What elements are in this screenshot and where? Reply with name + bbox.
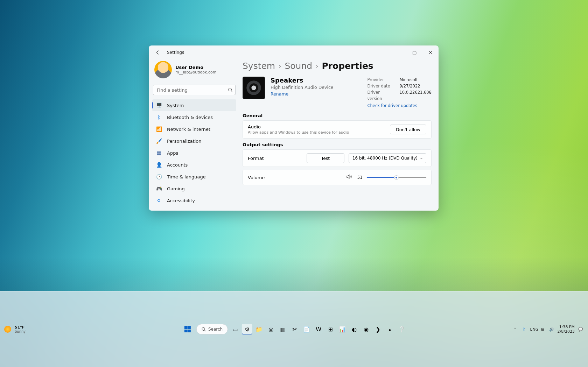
sidebar-item-network-icon: 📶 [156,126,162,132]
back-button[interactable] [152,47,163,58]
test-button[interactable]: Test [307,153,344,163]
driver-date-label: Driver date [368,83,396,89]
sidebar-item-label: Accessibility [167,198,195,203]
svg-point-1 [202,327,205,330]
audio-subtitle: Allow apps and Windows to use this devic… [248,130,386,135]
tray-volume-icon[interactable]: 🔊 [548,327,555,332]
avatar [154,61,172,78]
driver-version-label: Driver version [368,89,396,102]
volume-label: Volume [248,175,342,180]
sidebar-item-time-language-icon: 🕑 [156,174,162,179]
help-icon[interactable]: ❔ [397,324,407,334]
store-icon[interactable]: ⊞ [325,324,336,334]
breadcrumb-sound[interactable]: Sound [285,61,312,71]
speaker-icon [243,77,265,99]
close-icon: ✕ [428,50,432,55]
driver-meta: ProviderMicrosoft Driver date9/27/2022 D… [368,77,432,108]
sidebar-item-bluetooth[interactable]: ᛒBluetooth & devices [152,111,236,123]
search-icon [228,87,233,94]
search-icon [202,327,206,332]
device-header: Speakers High Definition Audio Device Re… [243,77,432,108]
sidebar-item-label: Bluetooth & devices [167,115,213,120]
search-input[interactable] [153,85,236,95]
speaker-toggle-icon[interactable] [346,174,352,181]
sidebar-item-network[interactable]: 📶Network & internet [152,123,236,135]
sidebar-item-accounts-icon: 👤 [156,162,162,168]
chrome-canary-icon[interactable]: ◐ [349,324,359,334]
user-name: User Demo [175,65,216,70]
volume-card: Volume 51 [243,170,432,185]
sidebar-item-apps[interactable]: ▦Apps [152,147,236,159]
taskbar-clock[interactable]: 1:38 PM 2/8/2023 [558,325,575,334]
taskbar-search[interactable]: Search [196,324,228,334]
section-general-title: General [243,113,432,118]
dont-allow-button[interactable]: Don't allow [390,125,426,134]
taskview-icon[interactable]: ▭ [230,324,240,334]
format-select[interactable]: 16 bit, 48000 Hz (DVD Quality) [349,153,426,163]
section-output-title: Output settings [243,142,432,147]
sidebar-item-accessibility[interactable]: ⭘Accessibility [152,195,236,206]
taskbar-left[interactable]: 51°F Sunny [0,325,26,333]
device-subtitle: High Definition Audio Device [271,85,351,90]
volume-slider[interactable] [367,175,426,180]
start-button[interactable] [181,324,194,334]
sidebar-item-apps-icon: ▦ [156,150,162,156]
sidebar-item-label: Time & language [167,174,206,179]
notepad-icon[interactable]: 📄 [301,324,312,334]
provider-label: Provider [368,77,396,83]
calculator-icon[interactable]: ▥ [278,324,288,334]
maximize-icon: ▢ [412,50,417,55]
excel-icon[interactable]: 📊 [337,324,348,334]
rename-link[interactable]: Rename [271,91,351,97]
settings-window: Settings — ▢ ✕ User Demo m__lab@outlook.… [149,45,439,211]
sidebar-item-gaming[interactable]: 🎮Gaming [152,183,236,195]
sidebar-item-accounts[interactable]: 👤Accounts [152,159,236,171]
sidebar-item-bluetooth-icon: ᛒ [156,114,162,120]
app14-icon[interactable]: ⬥ [385,324,395,334]
driver-date-value: 9/27/2022 [400,83,420,89]
user-block[interactable]: User Demo m__lab@outlook.com [152,59,236,83]
chrome-icon[interactable]: ◉ [361,324,371,334]
tray-network-icon[interactable]: 🖥 [539,327,546,332]
clock-date: 2/8/2023 [558,329,575,334]
audio-title: Audio [248,124,386,129]
weather-icon [4,326,11,333]
breadcrumb-system[interactable]: System [243,61,275,71]
window-title-bar: Settings — ▢ ✕ [149,45,439,59]
taskbar-right: ˄ ᛒ ENG 🖥 🔊 1:38 PM 2/8/2023 💬 [512,325,588,334]
sidebar-item-label: Gaming [167,186,185,191]
sidebar-item-system-icon: 🖥️ [156,103,162,108]
minimize-icon: — [396,50,400,55]
sidebar-item-personalization[interactable]: 🖌️Personalization [152,135,236,147]
svg-point-0 [229,88,232,91]
word-icon[interactable]: W [313,324,324,334]
clock-time: 1:38 PM [558,325,575,329]
sidebar-item-label: Apps [167,150,178,156]
tray-chevron-icon[interactable]: ˄ [512,327,518,332]
breadcrumb-properties: Properties [322,61,373,71]
taskbar-center: Search ▭⚙📁◎▥✂📄W⊞📊◐◉❯⬥❔ [181,324,407,334]
tray-bluetooth-icon[interactable]: ᛒ [521,327,527,332]
check-driver-updates-link[interactable]: Check for driver updates [368,103,432,108]
sidebar-item-gaming-icon: 🎮 [156,186,162,191]
windows-logo-icon [184,326,191,332]
breadcrumb: System›Sound›Properties [243,61,432,71]
tray-notifications-icon[interactable]: 💬 [578,327,584,332]
sidebar-item-time-language[interactable]: 🕑Time & language [152,171,236,183]
sidebar-item-system[interactable]: 🖥️System [152,99,236,111]
settings-icon[interactable]: ⚙ [242,324,252,334]
window-title-text: Settings [167,50,184,55]
provider-value: Microsoft [400,77,418,83]
minimize-button[interactable]: — [390,47,406,58]
maximize-button[interactable]: ▢ [406,47,422,58]
close-button[interactable]: ✕ [422,47,439,58]
tray-language[interactable]: ENG [530,327,537,332]
user-email: m__lab@outlook.com [175,70,216,75]
sidebar-item-personalization-icon: 🖌️ [156,138,162,144]
file-explorer-icon[interactable]: 📁 [254,324,264,334]
search-box [153,85,236,95]
terminal-icon[interactable]: ❯ [373,324,383,334]
snipping-icon[interactable]: ✂ [289,324,300,334]
edge-icon[interactable]: ◎ [266,324,276,334]
arrow-left-icon [155,50,160,55]
